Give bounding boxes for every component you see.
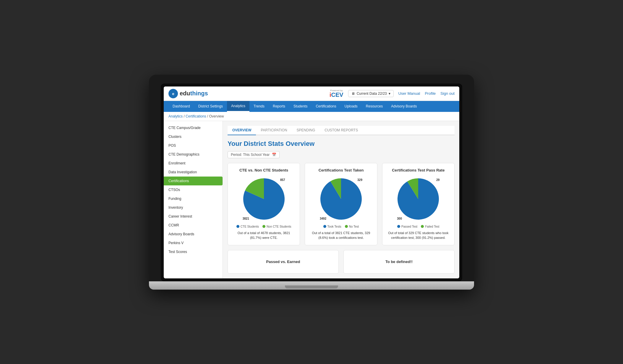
pie-label-small-0: 857 <box>280 178 285 182</box>
legend-item: Took Tests <box>323 225 341 228</box>
screen-bezel: e eduthings Powered by iCEV 🖥 Current Da <box>161 84 462 281</box>
laptop-frame: e eduthings Powered by iCEV 🖥 Current Da <box>149 75 474 290</box>
app-header: e eduthings Powered by iCEV 🖥 Current Da <box>164 86 459 101</box>
legend-item: Failed Test <box>421 225 439 228</box>
tab-custom-reports[interactable]: CUSTOM REPORTS <box>320 126 363 135</box>
sidebar-item-pos[interactable]: POS <box>164 141 223 150</box>
bottom-row: Passed vs. EarnedTo be defined!! <box>228 250 455 274</box>
chart-title-0: CTE vs. Non CTE Students <box>239 168 288 172</box>
svg-text:e: e <box>172 92 174 96</box>
chart-description-1: Out of a total of 3821 CTE students, 329… <box>310 231 372 240</box>
sidebar-item-career-interest[interactable]: Career Interest <box>164 212 223 221</box>
nav-item-dashboard[interactable]: Dashboard <box>168 101 194 111</box>
legend-dot <box>323 225 326 228</box>
legend-label: Passed Test <box>401 225 417 228</box>
sidebar-item-cte-demographics[interactable]: CTE Demographics <box>164 150 223 159</box>
chart-legend-1: Took TestsNo Test <box>323 225 359 228</box>
nav-item-uploads[interactable]: Uploads <box>340 101 362 111</box>
data-selector-icon: 🖥 <box>351 92 355 96</box>
sidebar-item-cte-campus/grade[interactable]: CTE Campus/Grade <box>164 123 223 132</box>
pie-label-large-1: 3492 <box>320 217 326 220</box>
legend-label: Non CTE Students <box>267 225 291 228</box>
legend-dot <box>236 225 239 228</box>
legend-dot <box>397 225 400 228</box>
tab-spending[interactable]: SPENDING <box>292 126 320 135</box>
logo-icon: e <box>168 89 178 98</box>
nav-item-trends[interactable]: Trends <box>249 101 269 111</box>
pie-chart-2: 29300 <box>395 175 442 223</box>
tab-overview[interactable]: OVERVIEW <box>228 126 256 135</box>
logo-text: eduthings <box>180 90 208 97</box>
nav-item-resources[interactable]: Resources <box>362 101 387 111</box>
pie-label-small-2: 29 <box>436 178 439 182</box>
nav-item-advisory-boards[interactable]: Advisory Boards <box>387 101 421 111</box>
bottom-card-1: To be defined!! <box>343 250 455 274</box>
legend-item: CTE Students <box>236 225 259 228</box>
data-selector-label: Current Data 22/23 <box>357 92 387 96</box>
legend-label: No Test <box>349 225 359 228</box>
chart-description-2: Out of total of 329 CTE students who too… <box>387 231 450 240</box>
legend-item: Passed Test <box>397 225 417 228</box>
sidebar-item-inventory[interactable]: Inventory <box>164 203 223 212</box>
chart-card-1: Certifications Test Taken3293492Took Tes… <box>305 163 377 245</box>
pie-chart-0: 8573821 <box>240 175 288 223</box>
legend-item: Non CTE Students <box>262 225 291 228</box>
breadcrumb-analytics[interactable]: Analytics <box>168 114 183 118</box>
nav-item-district-settings[interactable]: District Settings <box>194 101 227 111</box>
sidebar: CTE Campus/GradeClustersPOSCTE Demograph… <box>164 121 223 278</box>
legend-dot <box>262 225 265 228</box>
main-layout: CTE Campus/GradeClustersPOSCTE Demograph… <box>164 121 459 278</box>
sidebar-item-certifications[interactable]: Certifications <box>164 177 223 185</box>
sidebar-item-perkins-v[interactable]: Perkins V <box>164 239 223 247</box>
sidebar-item-clusters[interactable]: Clusters <box>164 132 223 141</box>
overview-title: Your District Stats Overview <box>228 140 455 148</box>
sidebar-item-funding[interactable]: Funding <box>164 194 223 203</box>
chart-title-1: Certifications Test Taken <box>319 168 364 172</box>
sidebar-item-ctsos[interactable]: CTSOs <box>164 185 223 194</box>
pie-label-small-1: 329 <box>357 178 362 182</box>
content-area: OVERVIEWPARTICIPATIONSPENDINGCUSTOM REPO… <box>223 121 459 278</box>
charts-row: CTE vs. Non CTE Students8573821CTE Stude… <box>228 163 455 245</box>
calendar-icon: 📅 <box>272 153 276 157</box>
pie-label-large-2: 300 <box>397 217 402 220</box>
tab-participation[interactable]: PARTICIPATION <box>256 126 292 135</box>
sidebar-item-advisory-boards[interactable]: Advisory Boards <box>164 230 223 239</box>
laptop-base <box>149 281 474 290</box>
data-selector[interactable]: 🖥 Current Data 22/23 ▾ <box>348 90 394 97</box>
nav-item-certifications[interactable]: Certifications <box>312 101 340 111</box>
profile-link[interactable]: Profile <box>425 91 436 96</box>
nav-item-reports[interactable]: Reports <box>269 101 289 111</box>
bottom-card-0: Passed vs. Earned <box>228 250 339 274</box>
legend-item: No Test <box>345 225 359 228</box>
period-label: Period: This School Year <box>231 153 270 157</box>
laptop-notch <box>285 285 338 288</box>
legend-label: CTE Students <box>241 225 259 228</box>
sidebar-item-data-investigation[interactable]: Data Investigation <box>164 168 223 177</box>
legend-dot <box>345 225 348 228</box>
logo-area: e eduthings <box>168 89 208 98</box>
chart-card-0: CTE vs. Non CTE Students8573821CTE Stude… <box>228 163 300 245</box>
chevron-down-icon: ▾ <box>389 92 390 96</box>
breadcrumb: Analytics / Certifications / Overview <box>164 112 459 121</box>
nav-bar: DashboardDistrict SettingsAnalyticsTrend… <box>164 101 459 112</box>
chart-title-2: Certifications Test Pass Rate <box>392 168 444 172</box>
cev-logo: Powered by iCEV <box>330 89 343 98</box>
breadcrumb-certifications[interactable]: Certifications <box>186 114 206 118</box>
legend-label: Took Tests <box>327 225 341 228</box>
sidebar-item-test-scores[interactable]: Test Scores <box>164 247 223 256</box>
nav-item-analytics[interactable]: Analytics <box>227 101 249 112</box>
header-right: Powered by iCEV 🖥 Current Data 22/23 ▾ U… <box>330 89 455 98</box>
sidebar-item-enrollment[interactable]: Enrollment <box>164 159 223 168</box>
legend-dot <box>421 225 424 228</box>
nav-item-students[interactable]: Students <box>289 101 312 111</box>
pie-label-large-0: 3821 <box>243 217 249 220</box>
cev-brand: iCEV <box>330 92 343 98</box>
pie-chart-1: 3293492 <box>317 175 365 223</box>
sidebar-item-ccmr[interactable]: CCMR <box>164 221 223 230</box>
user-manual-link[interactable]: User Manual <box>398 91 420 96</box>
legend-label: Failed Test <box>425 225 439 228</box>
period-selector[interactable]: Period: This School Year 📅 <box>228 151 280 158</box>
sign-out-link[interactable]: Sign out <box>440 91 455 96</box>
chart-description-0: Out of a total of 4678 students, 3821 (8… <box>233 231 295 240</box>
chart-legend-0: CTE StudentsNon CTE Students <box>236 225 291 228</box>
